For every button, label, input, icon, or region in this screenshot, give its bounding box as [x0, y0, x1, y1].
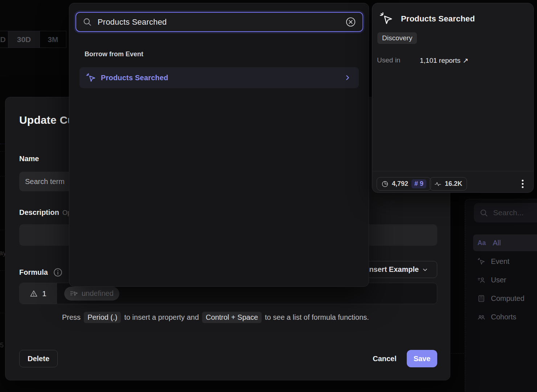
sidebar-item-label: Computed — [491, 294, 524, 303]
info-icon[interactable] — [53, 268, 63, 277]
event-icon — [477, 258, 485, 265]
delete-button[interactable]: Delete — [19, 350, 58, 367]
search-icon — [480, 209, 488, 217]
sidebar-search-placeholder: Search... — [493, 208, 524, 217]
sidebar-item-label: Event — [491, 257, 509, 266]
sidebar-item-computed[interactable]: Computed — [473, 290, 537, 307]
name-label: Name — [19, 155, 39, 163]
event-volume: 16.2K — [445, 180, 462, 188]
text-type-icon: Aa — [477, 239, 487, 247]
name-input-value: Search term — [25, 177, 65, 186]
time-range-30d[interactable]: 30D — [8, 31, 40, 48]
event-detail-card: Products Searched Discovery Used in 1,10… — [372, 3, 534, 193]
event-rank-badge: # 9 — [411, 179, 426, 188]
sidebar-item-label: Cohorts — [491, 313, 516, 321]
pie-chart-icon — [381, 180, 389, 188]
sidebar-item-cohorts[interactable]: Cohorts — [473, 309, 537, 325]
sidebar-item-label: All — [493, 239, 501, 247]
kbd-control-space: Control + Space — [202, 312, 262, 323]
category-badge: Discovery — [377, 32, 417, 44]
kbd-period: Period (.) — [84, 312, 121, 323]
event-count-pill[interactable]: 4,792 # 9 — [377, 177, 431, 191]
popup-search-value: Products Searched — [98, 17, 340, 27]
time-range-7d[interactable]: D — [0, 31, 8, 48]
event-result-label: Products Searched — [101, 74, 339, 82]
time-range-3m[interactable]: 3M — [40, 31, 66, 48]
x-circle-icon — [345, 17, 356, 27]
activity-pulse-icon — [434, 180, 442, 188]
formula-help-text: Press Period (.) to insert a property an… — [62, 312, 369, 323]
sidebar-item-all[interactable]: Aa All — [473, 234, 537, 251]
sidebar-item-event[interactable]: Event — [473, 253, 537, 270]
calculator-icon — [477, 295, 485, 302]
insert-example-label: Insert Example — [367, 265, 419, 274]
chart-tick-fragment: 5 — [0, 342, 4, 349]
property-search-popup: Products Searched Borrow from Event Prod… — [69, 3, 369, 287]
chevron-right-icon — [344, 74, 351, 81]
used-in-row: Used in 1,101 reports ↗ — [377, 56, 468, 65]
event-volume-pill[interactable]: 16.2K — [430, 177, 467, 191]
event-result-row[interactable]: Products Searched — [79, 67, 359, 88]
sidebar-item-user[interactable]: User — [473, 271, 537, 288]
property-chip[interactable]: undefined — [64, 287, 119, 301]
property-chip-label: undefined — [82, 289, 114, 298]
chevron-down-icon — [422, 267, 428, 273]
insert-example-button[interactable]: Insert Example — [358, 261, 437, 278]
borrow-from-event-header: Borrow from Event — [85, 50, 143, 58]
time-range-selector: D 30D 3M — [0, 31, 66, 48]
event-property-icon — [70, 290, 78, 297]
external-arrow-icon: ↗ — [463, 56, 468, 65]
kebab-menu-button[interactable] — [517, 178, 528, 189]
sidebar-item-label: User — [491, 276, 506, 284]
chart-gridline — [451, 353, 464, 354]
event-card-title: Products Searched — [401, 14, 475, 24]
used-in-reports-link[interactable]: 1,101 reports ↗ — [420, 56, 468, 65]
error-count: 1 — [42, 289, 46, 298]
used-in-label: Used in — [377, 56, 420, 65]
event-card-footer: 4,792 # 9 16.2K — [372, 171, 533, 193]
event-icon — [380, 12, 393, 25]
warning-icon — [30, 290, 38, 298]
search-icon — [83, 17, 92, 26]
formula-label: Formula — [19, 268, 48, 277]
sidebar-search-input[interactable]: Search... — [474, 203, 537, 222]
popup-search-input[interactable]: Products Searched — [75, 12, 363, 32]
event-card-header: Products Searched — [380, 12, 475, 25]
event-count: 4,792 — [392, 180, 408, 188]
formula-error-counter: 1 — [20, 283, 57, 304]
save-button[interactable]: Save — [407, 350, 437, 367]
cohorts-icon — [477, 313, 485, 321]
app-root: D 30D 3M lay 5 Search... Aa All Event Us… — [0, 0, 537, 392]
user-icon — [477, 276, 485, 284]
modal-title: Update Cu — [19, 114, 74, 126]
event-icon — [86, 73, 96, 83]
property-type-sidebar: Search... Aa All Event User Computed Coh… — [465, 199, 537, 392]
cancel-button[interactable]: Cancel — [368, 350, 401, 367]
clear-search-button[interactable] — [345, 17, 356, 27]
